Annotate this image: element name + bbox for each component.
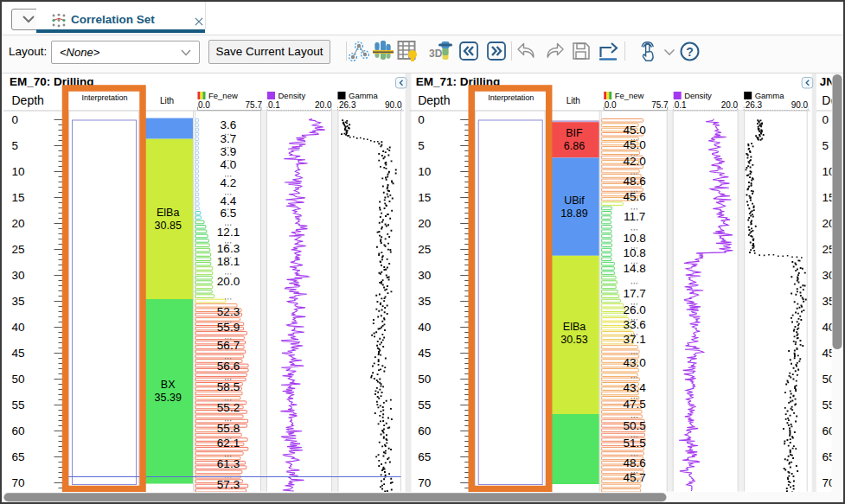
svg-text:50.5: 50.5 — [624, 419, 646, 432]
svg-text:Depth: Depth — [418, 93, 450, 107]
svg-text:10: 10 — [12, 165, 25, 178]
svg-text:47.5: 47.5 — [624, 398, 646, 411]
svg-text:26.0: 26.0 — [624, 303, 646, 316]
svg-text:BIF: BIF — [566, 127, 583, 139]
svg-text:26.3: 26.3 — [339, 100, 356, 110]
svg-text:50: 50 — [12, 373, 25, 386]
svg-text:16.3: 16.3 — [217, 242, 240, 255]
svg-text:20: 20 — [12, 217, 25, 230]
svg-text:65: 65 — [418, 450, 431, 463]
svg-text:3.9: 3.9 — [221, 145, 237, 158]
svg-text:30.53: 30.53 — [560, 334, 587, 346]
svg-text:70: 70 — [12, 476, 25, 489]
svg-text:11.7: 11.7 — [624, 210, 645, 223]
svg-text:4.4: 4.4 — [221, 195, 237, 207]
svg-text:Lith: Lith — [567, 96, 580, 105]
svg-text:61.3: 61.3 — [217, 457, 240, 470]
svg-text:43.4: 43.4 — [624, 381, 647, 394]
svg-text:4.0: 4.0 — [221, 158, 237, 171]
svg-text:4.2: 4.2 — [221, 176, 237, 189]
svg-text:Density: Density — [278, 91, 306, 100]
svg-text:45.0: 45.0 — [624, 124, 646, 137]
svg-text:56.7: 56.7 — [217, 339, 240, 352]
svg-text:0.1: 0.1 — [268, 100, 280, 110]
svg-text:Interpretation: Interpretation — [81, 93, 127, 102]
svg-text:Density: Density — [684, 91, 712, 100]
svg-text:55.8: 55.8 — [217, 422, 240, 435]
svg-text:20: 20 — [418, 217, 431, 230]
svg-text:6.5: 6.5 — [221, 207, 237, 220]
svg-text:20.0: 20.0 — [217, 275, 240, 288]
svg-text:0.1: 0.1 — [675, 100, 687, 110]
svg-text:5: 5 — [418, 139, 425, 152]
svg-text:25: 25 — [418, 243, 431, 256]
svg-text:5: 5 — [823, 139, 829, 152]
svg-text:60: 60 — [418, 424, 431, 437]
svg-text:0: 0 — [418, 113, 425, 126]
svg-text:52.3: 52.3 — [217, 305, 240, 318]
svg-text:50: 50 — [418, 373, 431, 386]
svg-text:10.8: 10.8 — [624, 232, 646, 245]
svg-text:35.39: 35.39 — [155, 392, 182, 404]
svg-text:60: 60 — [12, 424, 25, 437]
svg-text:12.1: 12.1 — [217, 226, 240, 239]
svg-text:ElBa: ElBa — [563, 321, 586, 333]
svg-text:56.6: 56.6 — [217, 360, 240, 373]
svg-text:Gamma: Gamma — [755, 91, 785, 100]
svg-text:0: 0 — [12, 113, 19, 126]
svg-text:65: 65 — [12, 450, 25, 463]
svg-text:45: 45 — [12, 347, 25, 360]
svg-text:17.7: 17.7 — [624, 287, 646, 300]
svg-text:ElBa: ElBa — [157, 207, 179, 219]
svg-text:30: 30 — [12, 269, 25, 282]
svg-text:35: 35 — [418, 295, 431, 308]
svg-text:15: 15 — [418, 191, 431, 204]
svg-text:30.85: 30.85 — [155, 220, 182, 232]
svg-text:75.7: 75.7 — [651, 100, 669, 110]
svg-text:70: 70 — [418, 476, 431, 489]
svg-text:30: 30 — [418, 269, 431, 282]
svg-text:48.6: 48.6 — [624, 175, 646, 188]
svg-text:10: 10 — [418, 165, 431, 178]
svg-text:Interpretation: Interpretation — [488, 93, 534, 102]
svg-text:40: 40 — [418, 321, 431, 334]
svg-text:45: 45 — [418, 347, 431, 360]
svg-text:Fe_new: Fe_new — [615, 91, 644, 100]
svg-text:0.0: 0.0 — [605, 100, 617, 110]
svg-text:75.7: 75.7 — [246, 100, 263, 110]
svg-text:6.86: 6.86 — [564, 140, 585, 152]
svg-text:20.0: 20.0 — [315, 100, 332, 110]
svg-text:58.5: 58.5 — [217, 380, 240, 393]
svg-text:90.0: 90.0 — [791, 100, 809, 110]
svg-text:55.2: 55.2 — [217, 401, 240, 414]
svg-text:55: 55 — [12, 399, 25, 411]
svg-text:UBif: UBif — [564, 195, 585, 207]
svg-text:43.0: 43.0 — [624, 356, 646, 369]
svg-text:5: 5 — [12, 139, 19, 152]
svg-text:90.0: 90.0 — [385, 100, 402, 110]
svg-text:48.6: 48.6 — [624, 456, 646, 469]
svg-text:0: 0 — [823, 113, 829, 126]
svg-text:35: 35 — [12, 295, 25, 308]
svg-text:0.0: 0.0 — [198, 100, 210, 110]
svg-text:42.0: 42.0 — [624, 155, 646, 168]
svg-text:Fe_new: Fe_new — [208, 91, 238, 100]
svg-text:57.3: 57.3 — [217, 478, 240, 491]
svg-text:15: 15 — [12, 191, 25, 204]
svg-text:BX: BX — [161, 379, 176, 391]
svg-text:40: 40 — [12, 321, 25, 334]
svg-text:25: 25 — [12, 243, 25, 256]
svg-text:3.6: 3.6 — [221, 118, 237, 131]
svg-text:26.3: 26.3 — [746, 100, 763, 110]
svg-text:Depth: Depth — [12, 93, 44, 107]
svg-text:Lith: Lith — [160, 96, 174, 105]
svg-text:18.89: 18.89 — [560, 207, 587, 220]
svg-text:20.0: 20.0 — [721, 100, 739, 110]
svg-text:51.5: 51.5 — [624, 437, 646, 450]
svg-text:55: 55 — [418, 399, 431, 411]
svg-text:Gamma: Gamma — [349, 91, 379, 100]
